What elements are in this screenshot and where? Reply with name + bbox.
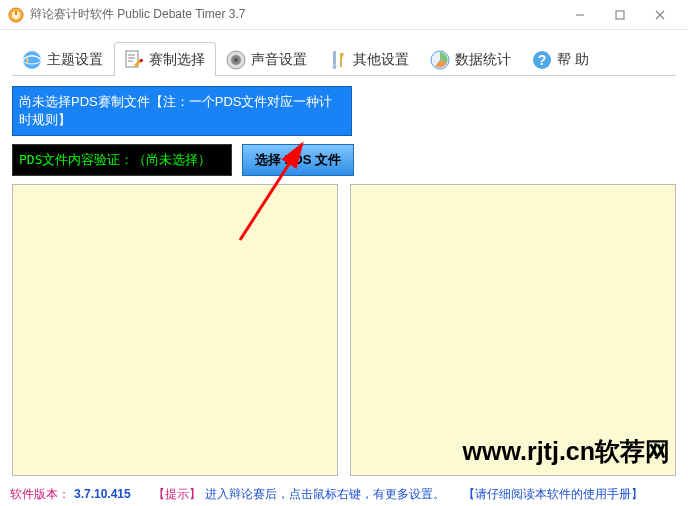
panels-row bbox=[12, 184, 676, 476]
svg-point-18 bbox=[333, 65, 337, 69]
tab-other[interactable]: 其他设置 bbox=[318, 42, 420, 76]
tab-label: 其他设置 bbox=[353, 51, 409, 69]
tools-icon bbox=[327, 49, 349, 71]
app-icon bbox=[8, 7, 24, 23]
tab-format[interactable]: 赛制选择 bbox=[114, 42, 216, 76]
footer-manual-link[interactable]: 【请仔细阅读本软件的使用手册】 bbox=[463, 486, 643, 503]
svg-rect-17 bbox=[333, 51, 336, 65]
content-area: 主题设置 赛制选择 声音设置 其他设置 数据统计 bbox=[0, 30, 688, 482]
watermark-text: www.rjtj.cn软荐网 bbox=[463, 435, 670, 468]
tab-sound[interactable]: 声音设置 bbox=[216, 42, 318, 76]
tab-theme[interactable]: 主题设置 bbox=[12, 42, 114, 76]
footer-tip-open: 【提示】 bbox=[153, 486, 201, 503]
minimize-button[interactable] bbox=[560, 1, 600, 29]
window-title: 辩论赛计时软件 Public Debate Timer 3.7 bbox=[30, 6, 560, 23]
tab-help[interactable]: ? 帮 助 bbox=[522, 42, 600, 76]
window-controls bbox=[560, 1, 680, 29]
footer-bar: 软件版本： 3.7.10.415 【提示】 进入辩论赛后，点击鼠标右键，有更多设… bbox=[0, 482, 688, 506]
titlebar: 辩论赛计时软件 Public Debate Timer 3.7 bbox=[0, 0, 688, 30]
svg-rect-2 bbox=[15, 11, 17, 15]
svg-text:?: ? bbox=[538, 52, 547, 68]
svg-point-7 bbox=[23, 51, 41, 69]
file-select-row: PDS文件内容验证：（尚未选择） 选择 PDS 文件 bbox=[12, 144, 676, 176]
tab-label: 声音设置 bbox=[251, 51, 307, 69]
tab-bar: 主题设置 赛制选择 声音设置 其他设置 数据统计 bbox=[12, 42, 676, 76]
globe-icon bbox=[21, 49, 43, 71]
speaker-icon bbox=[225, 49, 247, 71]
chart-icon bbox=[429, 49, 451, 71]
notice-bar: 尚未选择PDS赛制文件【注：一个PDS文件对应一种计时规则】 bbox=[12, 86, 352, 136]
help-icon: ? bbox=[531, 49, 553, 71]
tab-stats[interactable]: 数据统计 bbox=[420, 42, 522, 76]
right-panel bbox=[350, 184, 676, 476]
tab-label: 赛制选择 bbox=[149, 51, 205, 69]
footer-version-label: 软件版本： bbox=[10, 486, 70, 503]
tab-label: 主题设置 bbox=[47, 51, 103, 69]
footer-tip-text: 进入辩论赛后，点击鼠标右键，有更多设置。 bbox=[205, 486, 445, 503]
select-pds-button[interactable]: 选择 PDS 文件 bbox=[242, 144, 354, 176]
left-panel bbox=[12, 184, 338, 476]
svg-point-16 bbox=[234, 58, 238, 62]
footer-version-value: 3.7.10.415 bbox=[74, 487, 131, 501]
svg-rect-4 bbox=[616, 11, 624, 19]
verify-status: PDS文件内容验证：（尚未选择） bbox=[12, 144, 232, 176]
maximize-button[interactable] bbox=[600, 1, 640, 29]
close-button[interactable] bbox=[640, 1, 680, 29]
document-pencil-icon bbox=[123, 49, 145, 71]
tab-label: 帮 助 bbox=[557, 51, 589, 69]
tab-label: 数据统计 bbox=[455, 51, 511, 69]
